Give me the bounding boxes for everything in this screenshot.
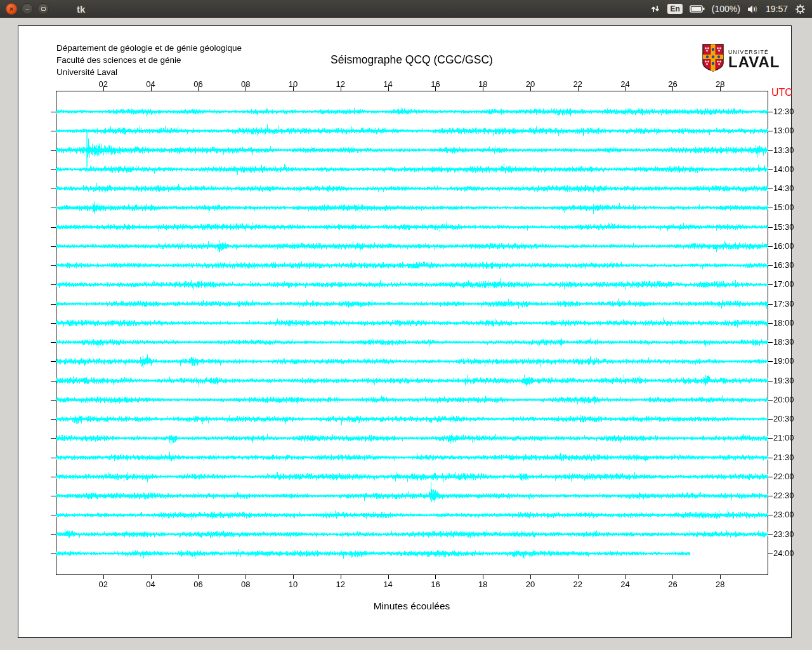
x-tick-label: 06 (188, 79, 207, 89)
utc-time-label: 15:30 (773, 223, 794, 232)
utc-time-label: 21:00 (773, 434, 794, 442)
utc-time-label: 18:00 (773, 319, 794, 328)
utc-time-label: 13:30 (773, 146, 794, 155)
battery-icon[interactable] (690, 4, 705, 13)
x-tick-label: 02 (94, 79, 113, 89)
utc-time-label: 15:00 (773, 203, 794, 212)
x-tick-label: 12 (331, 580, 350, 589)
x-tick-label: 26 (663, 79, 682, 89)
x-tick-label: 24 (616, 580, 635, 589)
x-tick-label: 18 (473, 580, 492, 589)
institution-line-university: Université Laval (56, 66, 242, 78)
battery-percentage: (100%) (712, 4, 740, 14)
utc-time-label: 23:00 (773, 510, 794, 519)
x-tick-label: 16 (426, 79, 445, 89)
utc-time-label: 17:30 (773, 300, 794, 308)
utc-time-label: 22:00 (773, 472, 794, 481)
x-tick-label: 12 (331, 79, 350, 89)
maximize-button[interactable] (37, 3, 49, 15)
utc-time-label: 16:30 (773, 261, 794, 270)
x-tick-label: 16 (426, 580, 445, 589)
utc-time-label: 23:30 (773, 530, 794, 539)
institution-line-department: Département de géologie et de génie géol… (56, 42, 242, 54)
x-tick-label: 26 (663, 580, 682, 589)
keyboard-layout-indicator[interactable]: En (667, 4, 682, 14)
x-tick-label: 14 (379, 79, 398, 89)
x-tick-label: 22 (568, 580, 587, 589)
x-tick-label: 20 (521, 580, 540, 589)
utc-time-label: 17:00 (773, 280, 794, 289)
utc-time-label: 18:30 (773, 338, 794, 347)
laval-shield-icon (702, 44, 724, 74)
x-tick-label: 22 (568, 79, 587, 89)
x-tick-label: 06 (188, 580, 207, 589)
x-tick-label: 14 (379, 580, 398, 589)
x-tick-label: 28 (710, 580, 730, 589)
utc-time-label: 19:00 (773, 357, 794, 366)
window-title[interactable]: tk (77, 4, 85, 15)
utc-time-label: 22:30 (773, 491, 794, 500)
close-button[interactable]: × (6, 3, 17, 15)
utc-time-label: 14:00 (773, 165, 794, 174)
x-tick-label: 18 (473, 79, 492, 89)
window-controls: × – (6, 3, 49, 15)
maximize-icon (41, 7, 46, 11)
x-tick-label: 02 (94, 580, 113, 589)
laval-logo-text: UNIVERSITÉ LAVAL (728, 49, 780, 69)
seismograph-window: Département de géologie et de génie géol… (18, 25, 792, 638)
x-tick-label: 10 (284, 79, 303, 89)
utc-time-label: 12:30 (773, 107, 794, 116)
x-tick-label: 10 (284, 580, 303, 589)
x-tick-label: 04 (141, 580, 160, 589)
utc-time-label: 20:00 (773, 395, 794, 404)
x-tick-label: 28 (710, 79, 730, 89)
x-tick-label: 08 (236, 580, 255, 589)
x-tick-label: 20 (521, 79, 540, 89)
chart-title: Séismographe QCQ (CGC/GSC) (56, 53, 768, 67)
session-gear-icon[interactable] (795, 4, 806, 15)
seismograph-canvas (18, 26, 791, 637)
utc-time-label: 16:00 (773, 242, 794, 251)
utc-time-label: 13:00 (773, 126, 794, 135)
volume-icon[interactable] (747, 4, 759, 14)
system-top-bar: × – tk En (100%) 19:57 (0, 0, 812, 18)
utc-time-label: 20:30 (773, 415, 794, 423)
utc-time-label: 19:30 (773, 376, 794, 385)
x-tick-label: 08 (236, 79, 255, 89)
x-tick-label: 04 (141, 79, 160, 89)
x-tick-label: 24 (616, 79, 635, 89)
network-updown-icon[interactable] (650, 4, 660, 14)
laval-logo-large-text: LAVAL (728, 55, 780, 69)
university-laval-logo: UNIVERSITÉ LAVAL (702, 44, 780, 74)
utc-time-label: 21:30 (773, 453, 794, 462)
utc-time-label: 24:00 (773, 549, 794, 558)
x-axis-title: Minutes écoulées (56, 600, 768, 612)
utc-axis-label: UTC (771, 87, 792, 98)
minimize-button[interactable]: – (22, 3, 33, 15)
utc-time-label: 14:30 (773, 184, 794, 193)
system-tray: En (100%) 19:57 (650, 4, 812, 15)
clock[interactable]: 19:57 (766, 4, 788, 14)
